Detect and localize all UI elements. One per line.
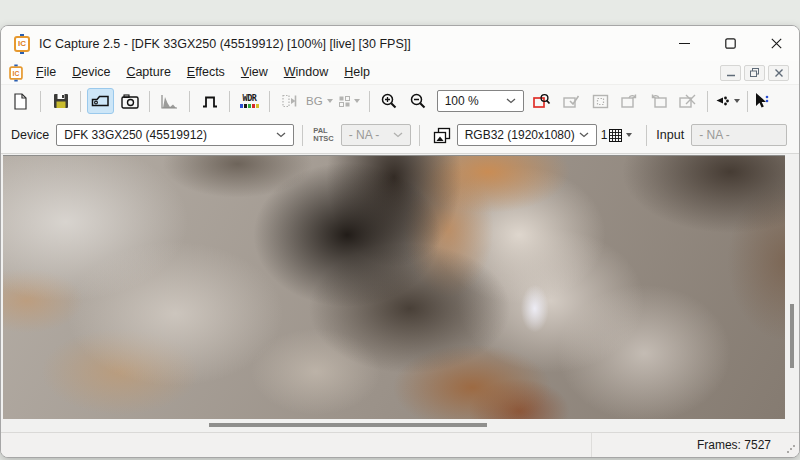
toolbar-separator xyxy=(229,91,230,112)
binning-value: 1 xyxy=(601,128,608,142)
device-label: Device xyxy=(11,128,49,142)
toolbar-separator xyxy=(369,91,370,112)
video-format-select[interactable]: RGB32 (1920x1080) xyxy=(457,124,597,146)
device-select[interactable]: DFK 33GX250 (45519912) xyxy=(56,124,294,146)
resize-grip-icon[interactable] xyxy=(786,444,796,454)
roi-undo-button xyxy=(645,88,672,114)
menu-window[interactable]: Window xyxy=(276,63,336,82)
image-viewport-region xyxy=(1,154,799,432)
roi-cancel-button xyxy=(674,88,701,114)
mdi-minimize-button[interactable] xyxy=(720,65,741,81)
input-label: Input xyxy=(656,128,684,142)
io-path-dropdown-button[interactable] xyxy=(714,88,741,114)
device-select-value: DFK 33GX250 (45519912) xyxy=(64,128,207,142)
trigger-icon xyxy=(202,95,218,108)
menu-help[interactable]: Help xyxy=(336,63,378,82)
toolbar-separator xyxy=(707,91,708,112)
horizontal-scrollbar[interactable] xyxy=(1,419,785,432)
mdi-restore-button[interactable] xyxy=(744,65,765,81)
bg-label: BG xyxy=(306,95,323,107)
mdi-document-icon: IC xyxy=(9,66,23,80)
maximize-button[interactable] xyxy=(707,26,753,61)
original-size-icon xyxy=(282,94,298,108)
menu-capture[interactable]: Capture xyxy=(118,63,178,82)
io-path-icon xyxy=(715,95,730,107)
app-logo-icon: IC xyxy=(14,36,30,52)
zoom-in-button[interactable] xyxy=(376,88,403,114)
roi-center-button xyxy=(587,88,614,114)
menu-device[interactable]: Device xyxy=(64,63,118,82)
window-title: IC Capture 2.5 - [DFK 33GX250 (45519912)… xyxy=(39,37,411,51)
zoom-out-icon xyxy=(410,93,426,109)
video-norm-select: - NA - xyxy=(341,124,411,146)
toolbar-separator xyxy=(419,125,420,146)
live-display-toggle[interactable] xyxy=(87,88,114,114)
window-caption-buttons xyxy=(661,26,799,61)
toolbar-separator xyxy=(149,91,150,112)
chevron-down-icon xyxy=(579,132,589,138)
toolbar-separator xyxy=(302,125,303,146)
roi-redo-button xyxy=(616,88,643,114)
vertical-scrollbar[interactable] xyxy=(785,154,799,419)
toolbar-separator xyxy=(189,91,190,112)
mdi-window-buttons xyxy=(720,65,792,81)
menu-view[interactable]: View xyxy=(233,63,276,82)
video-norm-value: - NA - xyxy=(349,128,380,142)
snap-image-icon xyxy=(121,94,139,109)
chevron-down-icon xyxy=(327,99,333,103)
toolbar-separator xyxy=(80,91,81,112)
menu-file[interactable]: File xyxy=(28,63,64,82)
roi-cancel-icon xyxy=(679,94,696,109)
trigger-button[interactable] xyxy=(196,88,223,114)
roi-confirm-button xyxy=(558,88,585,114)
snap-image-button[interactable] xyxy=(116,88,143,114)
tile-grid-dropdown-button xyxy=(336,88,363,114)
binning-dropdown-button[interactable]: 1 xyxy=(597,123,639,147)
title-bar: IC IC Capture 2.5 - [DFK 33GX250 (455199… xyxy=(1,26,799,61)
video-norm-label: PAL NTSC xyxy=(313,127,333,143)
wdr-button[interactable]: WDR xyxy=(236,88,263,114)
chevron-down-icon xyxy=(354,99,360,103)
toolbar-separator xyxy=(40,91,41,112)
chevron-down-icon xyxy=(506,98,516,104)
wdr-icon: WDR xyxy=(240,94,259,108)
bg-dropdown-button: BG xyxy=(305,88,334,114)
live-video-frame xyxy=(3,155,785,419)
roi-zoom-button[interactable] xyxy=(529,88,556,114)
roi-zoom-icon xyxy=(533,93,551,109)
video-format-icon xyxy=(433,127,451,144)
histogram-button[interactable] xyxy=(156,88,183,114)
save-button[interactable] xyxy=(47,88,74,114)
toolbar-separator xyxy=(269,91,270,112)
zoom-level-select[interactable]: 100 % xyxy=(437,90,524,112)
histogram-icon xyxy=(161,94,178,109)
menu-bar: IC File Device Capture Effects View Wind… xyxy=(1,61,799,84)
context-help-icon xyxy=(755,93,769,110)
device-toolbar: Device DFK 33GX250 (45519912) PAL NTSC -… xyxy=(1,117,799,154)
video-format-value: RGB32 (1920x1080) xyxy=(465,128,575,142)
close-icon xyxy=(775,69,783,77)
mdi-restore-icon xyxy=(750,68,759,77)
context-help-button[interactable] xyxy=(754,88,770,114)
vertical-scrollbar-thumb[interactable] xyxy=(790,304,794,368)
zoom-out-button[interactable] xyxy=(405,88,432,114)
chevron-down-icon xyxy=(626,133,632,137)
mdi-close-button[interactable] xyxy=(768,65,789,81)
close-icon xyxy=(771,38,782,49)
chevron-down-icon xyxy=(734,99,740,103)
roi-center-icon xyxy=(592,94,609,109)
toolbar-separator xyxy=(646,125,647,146)
input-select: - NA - xyxy=(691,124,787,146)
menu-effects[interactable]: Effects xyxy=(179,63,233,82)
close-button[interactable] xyxy=(753,26,799,61)
chevron-down-icon xyxy=(276,132,286,138)
video-format-button[interactable] xyxy=(429,122,456,148)
horizontal-scrollbar-thumb[interactable] xyxy=(209,423,487,427)
save-icon xyxy=(53,93,69,109)
roi-redo-icon xyxy=(621,94,638,109)
new-file-button[interactable] xyxy=(7,88,34,114)
ic-capture-window: IC IC Capture 2.5 - [DFK 33GX250 (455199… xyxy=(0,25,800,458)
minimize-icon xyxy=(727,69,735,77)
zoom-level-value: 100 % xyxy=(445,94,479,108)
minimize-button[interactable] xyxy=(661,26,707,61)
